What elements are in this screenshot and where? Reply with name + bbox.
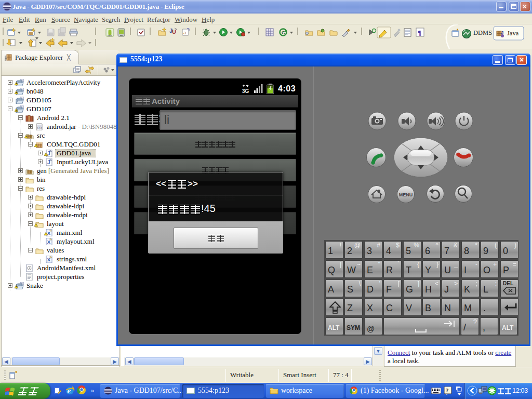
svg-text:3G: 3G (242, 88, 249, 94)
svg-text:MENU: MENU (399, 192, 413, 197)
svg-text:¶: ¶ (418, 29, 421, 36)
svg-text:a: a (183, 29, 186, 35)
svg-text:U: U (172, 29, 176, 35)
svg-text:e: e (68, 387, 71, 395)
svg-text:Java: Java (507, 30, 519, 37)
svg-text:?: ? (446, 387, 449, 393)
svg-text:DDMS: DDMS (473, 29, 492, 36)
svg-text:C: C (282, 30, 285, 35)
